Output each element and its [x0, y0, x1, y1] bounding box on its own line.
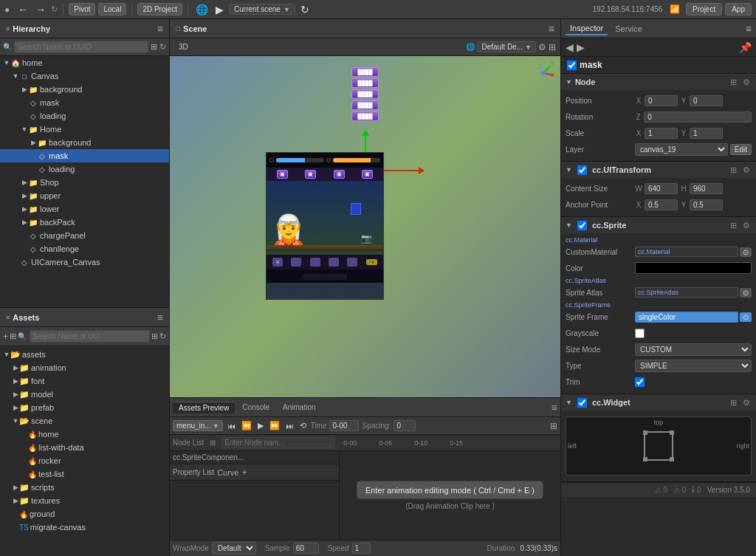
clip-dropdown-icon[interactable]: ▼	[213, 422, 219, 430]
asset-item-internal[interactable]: ▶ 📁 internal	[0, 534, 169, 536]
default-dropdown-icon[interactable]: ▼	[525, 44, 532, 51]
scene-settings-btn[interactable]: ⚙	[538, 42, 546, 52]
tree-item-home-sub[interactable]: ▼ 📁 Home	[0, 123, 169, 136]
widget-checkbox[interactable]	[577, 398, 587, 408]
tree-item-upper[interactable]: ▶ 📁 upper	[0, 189, 169, 202]
widget-settings-btn[interactable]: ⚙	[741, 398, 752, 408]
assets-refresh-btn[interactable]: ↻	[159, 332, 166, 341]
anim-begin-btn[interactable]: ⏮	[226, 422, 237, 430]
grayscale-checkbox[interactable]	[635, 329, 645, 338]
scene-view[interactable]: X Y Z ████ ████ ████ ████ ████	[170, 56, 560, 397]
trim-checkbox[interactable]	[635, 377, 645, 387]
assets-filter-btn[interactable]: ⊞	[151, 332, 158, 341]
asset-item-animation[interactable]: ▶ 📁 animation	[0, 361, 169, 374]
asset-item-assets[interactable]: ▼ 📂 assets	[0, 348, 169, 361]
tree-item-bg2[interactable]: ▶ 📁 background	[0, 136, 169, 149]
tab-inspector[interactable]: Inspector	[566, 22, 608, 35]
tree-item-loading1[interactable]: ◇ loading	[0, 109, 169, 123]
asset-item-model[interactable]: ▶ 📁 model	[0, 388, 169, 401]
asset-item-scene[interactable]: ▼ 📂 scene	[0, 414, 169, 428]
time-input[interactable]	[329, 420, 359, 431]
asset-item-scripts[interactable]: ▶ 📁 scripts	[0, 481, 169, 494]
sprite-header[interactable]: ▼ cc.Sprite ⊞ ⚙	[561, 217, 756, 233]
asset-item-migrate-canvas[interactable]: TS migrate-canvas	[0, 521, 169, 534]
speed-input[interactable]	[352, 543, 371, 554]
sprite-frame-input[interactable]	[635, 312, 738, 323]
sprite-frame-pick-btn[interactable]: ⊙	[740, 312, 752, 322]
node-copy-btn[interactable]: ⊞	[729, 78, 738, 87]
tree-item-uicamera[interactable]: ◇ UICamera_Canvas	[0, 255, 169, 269]
tree-item-lower[interactable]: ▶ 📁 lower	[0, 202, 169, 216]
hierarchy-menu-btn[interactable]: ≡	[157, 23, 163, 35]
wrapmode-select[interactable]: Default	[212, 542, 256, 555]
tree-item-chanllenge[interactable]: ◇ chanllenge	[0, 242, 169, 255]
color-picker[interactable]	[635, 262, 752, 274]
bottom-menu-btn[interactable]: ≡	[551, 402, 557, 413]
nav-back-btn[interactable]: ◀	[566, 41, 574, 53]
anim-prev-btn[interactable]: ⏪	[240, 421, 253, 430]
uitransform-copy-btn[interactable]: ⊞	[729, 165, 738, 175]
custom-material-pick-btn[interactable]: ⊙	[740, 247, 752, 257]
spacing-input[interactable]	[394, 420, 416, 431]
scale-y-input[interactable]	[690, 128, 723, 139]
node-active-checkbox[interactable]	[567, 61, 577, 70]
nav-forward-btn[interactable]: ▶	[577, 41, 585, 53]
asset-item-ground[interactable]: 🔥 ground	[0, 507, 169, 521]
add-property-btn[interactable]: +	[241, 467, 247, 478]
widget-header[interactable]: ▼ cc.Widget ⊞ ⚙	[561, 394, 756, 411]
pos-y-input[interactable]	[690, 95, 723, 106]
add-asset-btn[interactable]: +	[3, 332, 8, 342]
uitransform-header[interactable]: ▼ cc.UITransform ⊞ ⚙	[561, 162, 756, 178]
tree-item-mask1[interactable]: ◇ mask	[0, 96, 169, 109]
node-settings-btn[interactable]: ⚙	[741, 78, 752, 87]
assets-search-input[interactable]	[30, 330, 150, 343]
asset-item-font[interactable]: ▶ 📁 font	[0, 374, 169, 388]
node-section-header[interactable]: ▼ Node ⊞ ⚙	[561, 74, 756, 90]
node-add-icon[interactable]: ⊞	[210, 439, 216, 447]
tree-item-home[interactable]: ▼ 🏠 home	[0, 56, 169, 69]
anim-play-btn[interactable]: ▶	[256, 421, 265, 430]
anim-add-btn[interactable]: ⊞	[550, 421, 557, 431]
hierarchy-refresh-btn[interactable]: ↻	[159, 42, 166, 52]
tree-item-canvas[interactable]: ▼ □ Canvas	[0, 69, 169, 83]
tree-item-backpack[interactable]: ▶ 📁 backPack	[0, 216, 169, 229]
play-btn[interactable]: ▶	[213, 4, 226, 15]
sprite-copy-btn[interactable]: ⊞	[729, 221, 738, 230]
local-btn[interactable]: Local	[98, 3, 126, 16]
sprite-checkbox[interactable]	[577, 221, 587, 230]
scene-menu-btn[interactable]: ≡	[549, 23, 554, 35]
anchor-y-input[interactable]	[690, 199, 723, 210]
forward-btn[interactable]: →	[33, 4, 48, 15]
pos-x-input[interactable]	[645, 95, 678, 106]
back-btn[interactable]: ←	[16, 4, 30, 15]
edit-layer-btn[interactable]: Edit	[730, 144, 752, 155]
tab-console[interactable]: Console	[236, 402, 275, 413]
tree-item-chargepanel[interactable]: ◇ chargePanel	[0, 229, 169, 242]
hierarchy-filter-btn[interactable]: ⊞	[151, 42, 157, 52]
anchor-x-input[interactable]	[645, 199, 678, 210]
asset-item-home-scene[interactable]: 🔥 home	[0, 428, 169, 441]
app-tab[interactable]: App	[725, 3, 752, 16]
anim-prop-cc-sprite[interactable]: cc.SpriteComponen...	[170, 451, 339, 464]
tree-item-mask2[interactable]: ◇ mask	[0, 149, 169, 162]
assets-menu-btn[interactable]: ≡	[157, 312, 163, 323]
width-input[interactable]	[645, 183, 678, 194]
anim-next-btn[interactable]: ⏩	[268, 421, 281, 430]
rot-z-input[interactable]	[644, 111, 752, 123]
curve-btn[interactable]: Curve	[217, 468, 238, 477]
sample-input[interactable]	[293, 543, 319, 554]
size-mode-select[interactable]: CUSTOM	[635, 343, 752, 356]
sort-btn[interactable]: ⊞	[10, 332, 16, 341]
tree-item-loading2[interactable]: ◇ loading	[0, 162, 169, 176]
height-input[interactable]	[690, 183, 723, 194]
2d-project-btn[interactable]: 2D Project	[137, 3, 182, 16]
globe-icon[interactable]: 🌐	[193, 4, 210, 15]
asset-item-list-with-data[interactable]: 🔥 list-with-data	[0, 441, 169, 454]
asset-item-textures[interactable]: ▶ 📁 textures	[0, 494, 169, 507]
scene-grid-btn[interactable]: ⊞	[549, 42, 556, 52]
scale-x-input[interactable]	[645, 128, 678, 139]
tree-item-shop[interactable]: ▶ 📁 Shop	[0, 176, 169, 189]
type-select[interactable]: SIMPLE	[635, 360, 752, 372]
sprite-atlas-pick-btn[interactable]: ⊙	[740, 288, 752, 298]
anim-end-btn[interactable]: ⏭	[284, 422, 295, 430]
